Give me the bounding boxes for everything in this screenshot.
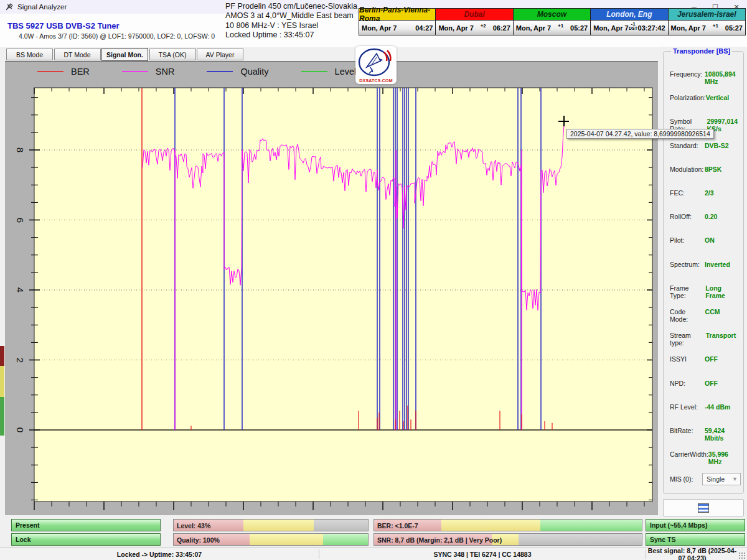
status-bar: Locked -> Uptime: 33:45:07 SYNC 348 | TE…: [0, 547, 747, 560]
edge-stripe-red: [0, 346, 4, 366]
tuner-subtitle: 4.0W - Amos 3/7 (ID: 3560) @ LOF1: 97500…: [19, 32, 215, 40]
site-info: PF Prodelin 450 cm/Lučenec-SlovakiaAMOS …: [225, 2, 359, 40]
clock-1: DubaiMon, Apr 7+206:27: [436, 8, 513, 35]
status-uptime: Locked -> Uptime: 33:45:07: [0, 551, 319, 558]
meter-label: BER: <1.0E-7: [377, 520, 418, 532]
meter-ber: BER: <1.0E-7: [374, 519, 642, 531]
header: TBS 5927 USB DVB-S2 Tuner 4.0W - Amos 3/…: [0, 14, 747, 48]
field-standard-: Standard:DVB-S2: [670, 142, 741, 149]
transponder-title: Transponder [BS]: [671, 47, 732, 55]
y-axis-label-0: 0: [15, 427, 26, 432]
field-value: 2/3: [705, 189, 741, 197]
clock-city: London, Eng: [591, 9, 667, 21]
clock-time-row: Mon, Apr 7-1DST03:27:42: [591, 21, 667, 35]
clock-city: Dubai: [436, 9, 512, 21]
transport-list-icon: [698, 503, 709, 513]
resize-grip[interactable]: [738, 552, 746, 559]
chart-legend: BERSNRQualityLevel: [5, 64, 658, 79]
signal-analyzer-window: Signal Analyzer ─ ☐ ✕ TBS 5927 USB DVB-S…: [0, 0, 747, 560]
tab-signal-mon-[interactable]: Signal Mon.: [101, 48, 148, 61]
transponder-panel: Transponder [BS] Frequency:10805,894 MHz…: [660, 47, 747, 520]
legend-label: Level: [335, 67, 357, 77]
window-title: Signal Analyzer: [17, 3, 67, 11]
legend-item-ber: BER: [37, 67, 90, 77]
tab-dt-mode[interactable]: DT Mode: [54, 49, 101, 60]
panel-button[interactable]: [663, 499, 744, 516]
field-value: 35,996 MHz: [708, 450, 741, 465]
field-value: Inverted: [705, 261, 741, 268]
field-frequency-: Frequency:10805,894 MHz: [670, 70, 741, 85]
badge-sync-ts: Sync TS: [646, 533, 745, 546]
clock-4: Jerusalem-IsraelMon, Apr 7+105:27: [669, 8, 746, 35]
field-label: Polarization:: [670, 94, 706, 101]
tuner-info: TBS 5927 USB DVB-S2 Tuner 4.0W - Amos 3/…: [7, 21, 215, 40]
clock-city: Moscow: [514, 9, 590, 21]
mis-dropdown[interactable]: Single ▼: [702, 473, 741, 485]
app-icon: [5, 2, 14, 11]
satellite-dish-icon: [355, 46, 397, 77]
field-fec-: FEC:2/3: [670, 189, 741, 197]
field-value: 59,424 Mbit/s: [705, 427, 741, 442]
field-value: ON: [705, 236, 741, 244]
badge-lock: Lock: [11, 533, 161, 546]
tab-tsa-ok-[interactable]: TSA (OK): [149, 49, 196, 60]
field-label: CarrierWidth:: [670, 450, 708, 465]
clock-2: MoscowMon, Apr 7+105:27: [514, 8, 591, 35]
legend-line-icon: [301, 71, 327, 72]
tab-av-player[interactable]: AV Player: [197, 49, 243, 60]
field-label: Pilot:: [670, 236, 684, 244]
badge-input-55-4-mbps-: Input (~55,4 Mbps): [646, 519, 745, 531]
field-polarization-: Polarization:Vertical: [670, 94, 741, 101]
clock-3: London, EngMon, Apr 7-1DST03:27:42: [591, 8, 668, 35]
field-label: Spectrum:: [670, 261, 700, 268]
badge-present: Present: [11, 519, 161, 531]
field-npd-: NPD:OFF: [670, 380, 741, 387]
legend-label: BER: [71, 67, 90, 77]
field-value: Vertical: [706, 94, 741, 101]
field-code-mode-: Code Mode:CCM: [670, 308, 741, 323]
signal-monitor-chart: BERSNRQualityLevel 02468 2025-04-07 04.2…: [5, 61, 658, 515]
meter-label: Level: 43%: [177, 520, 210, 532]
legend-item-snr: SNR: [122, 67, 175, 77]
y-axis-label-2: 2: [15, 357, 26, 362]
chart-canvas[interactable]: [5, 62, 658, 515]
world-clocks: Berlin-Paris-Vienna-RomaMon, Apr 704:27D…: [359, 8, 746, 35]
mis-label: MIS (0):: [670, 475, 693, 483]
tab-bs-mode[interactable]: BS Mode: [6, 49, 53, 60]
field-label: Modulation:: [670, 166, 703, 173]
meter-label: Quality: 100%: [177, 534, 220, 546]
meter-label: SNR: 8,7 dB (Margin: 2,1 dB | Very Poor): [377, 534, 502, 546]
field-value: Transport: [706, 332, 741, 347]
field-label: RF Level:: [670, 403, 698, 411]
field-spectrum-: Spectrum:Inverted: [670, 261, 741, 268]
y-axis-label-6: 6: [15, 217, 26, 222]
clock-time-row: Mon, Apr 7+105:27: [514, 21, 590, 35]
meter-level: Level: 43%: [173, 519, 369, 531]
field-issyi: ISSYIOFF: [670, 355, 741, 363]
field-stream-type-: Stream type:Transport: [670, 332, 741, 347]
field-value: 8PSK: [705, 166, 741, 173]
clock-city: Berlin-Paris-Vienna-Roma: [359, 9, 435, 21]
legend-item-level: Level: [301, 67, 357, 77]
field-value: -44 dBm: [705, 403, 741, 411]
legend-line-icon: [37, 71, 63, 72]
edge-stripe-yellow: [0, 366, 4, 397]
logo-text: DXSATCS.COM: [355, 78, 397, 83]
meter-quality: Quality: 100%: [173, 533, 369, 546]
legend-line-icon: [122, 71, 148, 72]
field-value: OFF: [705, 380, 741, 387]
legend-line-icon: [207, 71, 233, 72]
meter-snr: SNR: 8,7 dB (Margin: 2,1 dB | Very Poor): [374, 533, 642, 546]
field-value: 0.20: [705, 213, 741, 220]
clock-0: Berlin-Paris-Vienna-RomaMon, Apr 704:27: [359, 8, 436, 35]
field-rolloff-: RollOff:0.20: [670, 213, 741, 220]
field-label: Standard:: [670, 142, 698, 149]
field-label: Frame Type:: [670, 284, 705, 299]
site-line-2: 10 806 MHz-V : YES Israel: [225, 21, 359, 30]
y-axis-label-8: 8: [15, 147, 26, 152]
mis-value: Single: [707, 475, 725, 483]
field-bitrate-: BitRate:59,424 Mbit/s: [670, 427, 741, 442]
field-pilot-: Pilot:ON: [670, 236, 741, 244]
field-label: NPD:: [670, 380, 685, 387]
field-label: RollOff:: [670, 213, 692, 220]
